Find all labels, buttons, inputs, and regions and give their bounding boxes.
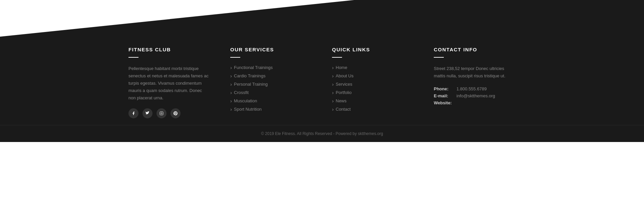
email-label: E-mail: [434,93,454,98]
quick-link-contact[interactable]: Contact [332,107,414,112]
list-item: Portfolio [332,90,414,95]
svg-rect-0 [160,112,163,115]
list-item: Crossfit [230,90,312,95]
phone-value: 1.800.555.6789 [456,86,487,91]
services-divider [230,57,240,58]
footer-main: FITNESS CLUB Pellentesque habitant morbi… [0,37,644,125]
service-link-musculation[interactable]: Musculation [230,98,312,103]
list-item: News [332,98,414,103]
service-link-nutrition[interactable]: Sport Nutrition [230,107,312,112]
copyright-text: © 2019 Ele Fitness. All Rights Reserved … [0,131,644,136]
list-item: About Us [332,73,414,78]
service-link-cardio[interactable]: Cardio Trainings [230,73,312,78]
footer-col-fitness: FITNESS CLUB Pellentesque habitant morbi… [128,47,210,118]
list-item: Personal Training [230,82,312,87]
instagram-icon[interactable] [156,108,167,118]
our-services-title: OUR SERVICES [230,47,312,52]
footer-col-quicklinks: QUICK LINKS Home About Us Services Portf… [332,47,414,118]
footer-content: FITNESS CLUB Pellentesque habitant morbi… [122,47,522,118]
top-triangle [0,0,644,37]
service-link-crossfit[interactable]: Crossfit [230,90,312,95]
footer-col-contact: CONTACT INFO Street 238,52 tempor Donec … [434,47,516,118]
email-value: info@sktthemes.org [456,93,495,98]
footer-bottom: © 2019 Ele Fitness. All Rights Reserved … [0,125,644,142]
fitness-club-title: FITNESS CLUB [128,47,210,52]
list-item: Cardio Trainings [230,73,312,78]
twitter-icon[interactable] [142,108,152,118]
facebook-icon[interactable] [128,108,138,118]
quick-links: Home About Us Services Portfolio News Co… [332,65,414,112]
services-links: Functional Trainings Cardio Trainings Pe… [230,65,312,112]
contact-phone: Phone: 1.800.555.6789 [434,86,516,91]
list-item: Sport Nutrition [230,107,312,112]
list-item: Functional Trainings [230,65,312,70]
service-link-functional[interactable]: Functional Trainings [230,65,312,70]
list-item: Contact [332,107,414,112]
list-item: Home [332,65,414,70]
social-icons [128,108,210,118]
quick-link-services[interactable]: Services [332,82,414,87]
phone-label: Phone: [434,86,454,91]
fitness-divider [128,57,138,58]
contact-divider [434,57,444,58]
fitness-description: Pellentesque habitant morbi tristique se… [128,65,210,102]
service-link-personal[interactable]: Personal Training [230,82,312,87]
contact-email: E-mail: info@sktthemes.org [434,93,516,98]
contact-address: Street 238,52 tempor Donec ultricies mat… [434,65,516,80]
quick-link-portfolio[interactable]: Portfolio [332,90,414,95]
contact-website: Website: [434,100,516,105]
list-item: Musculation [230,98,312,103]
contact-info-title: CONTACT INFO [434,47,516,52]
quicklinks-divider [332,57,342,58]
quick-link-about[interactable]: About Us [332,73,414,78]
pinterest-icon[interactable] [171,108,181,118]
quick-link-home[interactable]: Home [332,65,414,70]
footer-col-services: OUR SERVICES Functional Trainings Cardio… [230,47,312,118]
quick-link-news[interactable]: News [332,98,414,103]
website-label: Website: [434,100,454,105]
list-item: Services [332,82,414,87]
quick-links-title: QUICK LINKS [332,47,414,52]
